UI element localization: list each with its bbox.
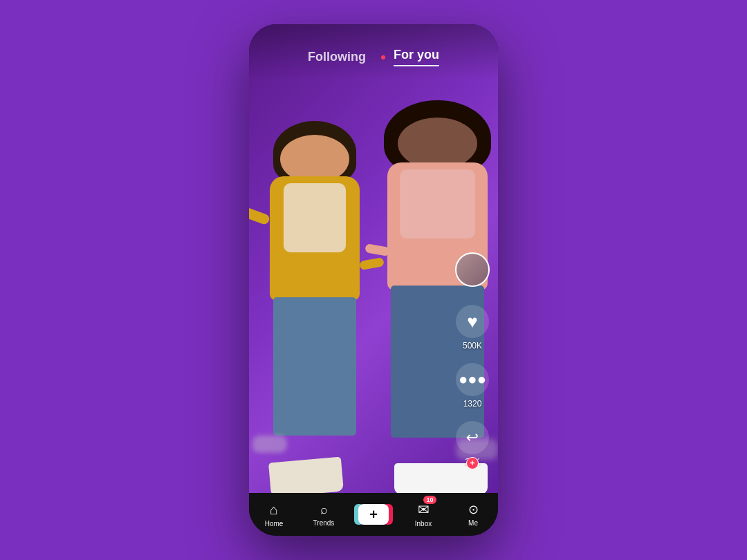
nav-add[interactable]: + bbox=[349, 504, 398, 525]
bottom-navigation: ⌂ Home ⌕ Trends + ✉ 10 Inbox ⊙ bbox=[249, 493, 498, 536]
home-icon: ⌂ bbox=[270, 502, 278, 518]
nav-home[interactable]: ⌂ Home bbox=[249, 502, 299, 528]
me-label: Me bbox=[468, 519, 478, 527]
comment-icon: ●●● bbox=[459, 371, 486, 389]
add-icon: + bbox=[369, 507, 378, 523]
like-button[interactable]: ♥ 500K bbox=[456, 305, 489, 351]
nav-inbox[interactable]: ✉ 10 Inbox bbox=[398, 501, 448, 528]
heart-icon-circle[interactable]: ♥ bbox=[456, 305, 489, 338]
nav-me[interactable]: ⊙ Me bbox=[448, 502, 498, 527]
heart-icon: ♥ bbox=[467, 312, 477, 330]
follow-plus-badge[interactable]: + bbox=[466, 457, 479, 469]
following-tab[interactable]: Following bbox=[308, 50, 366, 64]
like-count-label: 500K bbox=[463, 341, 482, 351]
inbox-label: Inbox bbox=[415, 520, 432, 528]
inbox-badge: 10 bbox=[423, 496, 436, 504]
top-navigation: Following For you bbox=[249, 24, 498, 80]
comment-count-label: 1320 bbox=[463, 399, 482, 409]
trends-label: Trends bbox=[313, 519, 335, 527]
inbox-icon: ✉ bbox=[418, 502, 430, 517]
nav-trends[interactable]: ⌕ Trends bbox=[299, 503, 349, 527]
comment-icon-circle[interactable]: ●●● bbox=[456, 363, 489, 396]
right-sidebar: + ♥ 500K ●●● 1320 ↪ 27K bbox=[455, 252, 490, 467]
for-you-tab[interactable]: For you bbox=[394, 48, 439, 66]
dot-indicator bbox=[381, 55, 385, 59]
phone-container: Following For you + ♥ 500K ●●● bbox=[249, 24, 498, 536]
trends-icon: ⌕ bbox=[320, 503, 328, 517]
active-underline bbox=[394, 65, 439, 66]
home-label: Home bbox=[265, 520, 284, 528]
share-icon-circle[interactable]: ↪ bbox=[456, 421, 489, 454]
comment-button[interactable]: ●●● 1320 bbox=[456, 363, 489, 409]
add-button[interactable]: + bbox=[358, 504, 389, 525]
avatar[interactable] bbox=[455, 252, 490, 287]
me-icon: ⊙ bbox=[468, 502, 479, 517]
avatar-follow[interactable]: + bbox=[455, 252, 490, 287]
share-icon: ↪ bbox=[466, 429, 479, 447]
